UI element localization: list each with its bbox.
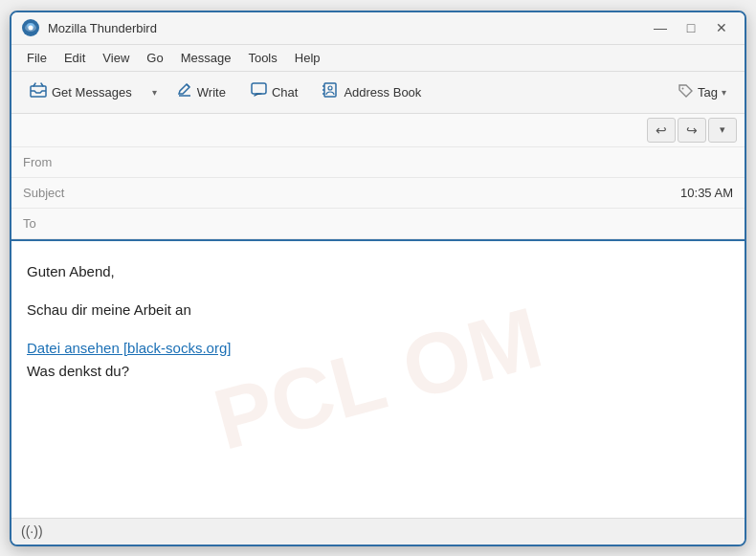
app-window: Mozilla Thunderbird — □ ✕ File Edit View… — [10, 11, 746, 546]
greeting-text: Guten Abend, — [27, 260, 729, 283]
address-book-label: Address Book — [344, 85, 421, 100]
nav-buttons: ↩ ↪ ▾ — [647, 118, 737, 143]
address-book-icon — [322, 82, 339, 101]
menu-file[interactable]: File — [19, 48, 55, 68]
body-link-paragraph: Datei ansehen [black-socks.org] Was denk… — [27, 337, 729, 383]
titlebar-left: Mozilla Thunderbird — [21, 18, 157, 37]
subject-label: Subject — [23, 186, 76, 200]
back-button[interactable]: ↩ — [647, 118, 676, 143]
menu-tools[interactable]: Tools — [240, 48, 284, 68]
svg-point-11 — [682, 87, 684, 89]
menu-help[interactable]: Help — [287, 48, 328, 68]
from-label: From — [23, 155, 76, 169]
svg-point-3 — [29, 26, 33, 31]
titlebar: Mozilla Thunderbird — □ ✕ — [11, 12, 745, 45]
menu-message[interactable]: Message — [173, 48, 239, 68]
email-header-top: ↩ ↪ ▾ — [11, 114, 745, 147]
menu-edit[interactable]: Edit — [56, 48, 93, 68]
get-messages-dropdown[interactable]: ▾ — [146, 76, 163, 108]
close-button[interactable]: ✕ — [708, 17, 735, 38]
get-messages-label: Get Messages — [52, 85, 132, 100]
menu-view[interactable]: View — [95, 48, 137, 68]
subject-row: Subject 10:35 AM — [11, 178, 745, 209]
menu-go[interactable]: Go — [139, 48, 170, 68]
statusbar: ((·)) — [11, 518, 745, 545]
get-messages-icon — [30, 82, 47, 101]
chat-label: Chat — [272, 85, 298, 100]
to-row: To — [11, 209, 745, 239]
body-line1: Schau dir meine Arbeit an — [27, 299, 729, 322]
svg-rect-5 — [252, 83, 266, 94]
wifi-icon: ((·)) — [21, 523, 43, 539]
body-link[interactable]: Datei ansehen [black-socks.org] — [27, 340, 231, 356]
write-label: Write — [197, 85, 226, 100]
get-messages-button[interactable]: Get Messages — [19, 76, 143, 108]
minimize-button[interactable]: — — [647, 17, 674, 38]
from-row: From — [11, 147, 745, 178]
write-button[interactable]: Write — [167, 76, 236, 108]
tag-label: Tag — [698, 85, 718, 100]
tag-button[interactable]: Tag ▾ — [668, 76, 737, 108]
write-icon — [177, 82, 192, 101]
tag-dropdown-arrow: ▾ — [722, 87, 726, 98]
body-line2: Was denkst du? — [27, 363, 129, 379]
maximize-button[interactable]: □ — [678, 17, 704, 38]
to-label: To — [23, 216, 76, 231]
chat-button[interactable]: Chat — [240, 76, 308, 108]
toolbar: Get Messages ▾ Write Chat Address Book — [11, 72, 745, 114]
svg-point-7 — [328, 86, 332, 90]
email-header: ↩ ↪ ▾ From Subject 10:35 AM To — [11, 114, 745, 241]
expand-button[interactable]: ▾ — [708, 118, 737, 143]
email-time: 10:35 AM — [680, 186, 733, 200]
app-icon — [21, 18, 40, 37]
titlebar-controls: — □ ✕ — [647, 17, 735, 38]
address-book-button[interactable]: Address Book — [312, 76, 432, 108]
app-title: Mozilla Thunderbird — [48, 21, 157, 35]
forward-button[interactable]: ↪ — [678, 118, 706, 143]
email-body: PCL OM Guten Abend, Schau dir meine Arbe… — [11, 241, 745, 518]
menubar: File Edit View Go Message Tools Help — [11, 45, 745, 72]
chat-icon — [251, 82, 267, 101]
tag-icon — [678, 84, 694, 100]
